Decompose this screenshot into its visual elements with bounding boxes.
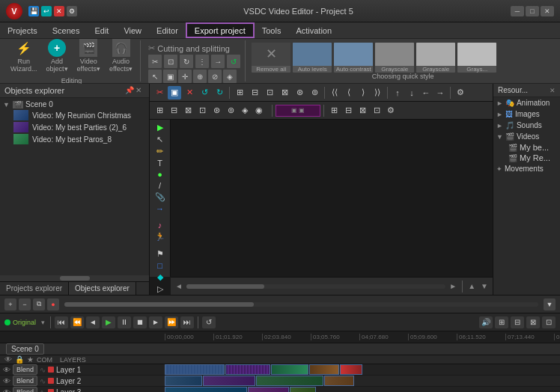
layer-2-eye[interactable]: 👁	[3, 377, 10, 385]
crop-tool[interactable]: ⊡	[164, 55, 177, 68]
link-icon[interactable]: ⊛	[293, 86, 306, 99]
t2-icon2[interactable]: ⊟	[341, 104, 355, 117]
add-object-button[interactable]: + Add object▾	[43, 37, 71, 74]
preview-scrollbar[interactable]	[186, 284, 445, 289]
zoom-tool[interactable]: ⊕	[193, 70, 207, 83]
layer-1-eye[interactable]: 👁	[3, 366, 10, 374]
remove-layer-btn[interactable]: −	[19, 298, 31, 310]
tree-item-1[interactable]: Video: My best Parties (2)_6	[12, 121, 147, 133]
left-icon[interactable]: ←	[419, 86, 433, 99]
grid6[interactable]: ⊚	[224, 104, 237, 117]
split-tool[interactable]: ⋮	[195, 55, 209, 68]
scene-item[interactable]: ▼ 🎬 Scene 0	[1, 99, 147, 109]
record-btn[interactable]: ●	[47, 298, 59, 310]
clip-2-2[interactable]	[203, 376, 255, 386]
scroll-left[interactable]: ◄	[174, 282, 184, 290]
diamond-icon[interactable]: ◆	[153, 272, 167, 282]
close-icon[interactable]: ✕	[54, 6, 64, 16]
pb-extra1[interactable]: ⊞	[495, 316, 508, 328]
clip-1-3[interactable]	[271, 364, 308, 375]
maximize-button[interactable]: □	[526, 6, 539, 16]
circle-icon[interactable]: ●	[153, 170, 167, 179]
tree-item-2[interactable]: Video: My best Paros_8	[12, 133, 147, 145]
pb-prev[interactable]: ◄	[86, 316, 100, 328]
clip-3-2[interactable]	[248, 387, 289, 392]
pointer-tool[interactable]: ↖	[148, 70, 162, 83]
rotate-cw-icon[interactable]: ↻	[213, 86, 226, 99]
pb-loop[interactable]: ↺	[202, 316, 216, 328]
prev-frame-fast[interactable]: ⟨⟨	[328, 86, 341, 99]
clip-2-3[interactable]	[256, 376, 323, 386]
pb-extra3[interactable]: ⊠	[526, 316, 540, 328]
pb-extra4[interactable]: ⊡	[542, 316, 556, 328]
t2-icon3[interactable]: ⊠	[356, 104, 369, 117]
grayscale-style-3[interactable]: Grays...	[457, 43, 496, 73]
add-layer-btn[interactable]: +	[4, 298, 16, 310]
menu-tools[interactable]: Tools	[255, 22, 289, 38]
layer-1-blend[interactable]: Blend	[13, 364, 37, 375]
menu-export[interactable]: Export project	[186, 22, 255, 38]
t2-icon5[interactable]: ⚙	[384, 104, 398, 117]
cut-tool[interactable]: ✂	[148, 55, 162, 68]
clip-1-1[interactable]	[165, 364, 225, 375]
next-frame-fast[interactable]: ⟩⟩	[371, 86, 384, 99]
pb-vol[interactable]: 🔊	[479, 316, 493, 328]
grid4[interactable]: ⊡	[195, 104, 209, 117]
tab-projects-explorer[interactable]: Projects explorer	[0, 282, 69, 295]
layer-3-blend[interactable]: Blend	[13, 387, 37, 392]
section-sounds[interactable]: ► 🎵 Sounds	[493, 120, 560, 131]
align-icon[interactable]: ⊞	[233, 86, 246, 99]
pb-stop[interactable]: ⏹	[133, 316, 147, 328]
scroll-down[interactable]: ▼	[479, 282, 490, 290]
color-picker-widget[interactable]: ▣ ▣	[276, 105, 320, 117]
rotate-tool[interactable]: ↻	[180, 55, 193, 68]
timeline-scroll-right[interactable]: ▼	[544, 298, 556, 310]
flag-icon[interactable]: ⚑	[153, 249, 167, 259]
grid3[interactable]: ⊠	[181, 104, 195, 117]
menu-view[interactable]: View	[116, 22, 149, 38]
refresh-tool[interactable]: ↺	[227, 55, 240, 68]
clip-icon[interactable]: 📎	[153, 192, 167, 202]
scene-badge[interactable]: Scene 0	[6, 343, 44, 355]
clip-1-2[interactable]	[225, 364, 270, 375]
grid-icon[interactable]: ⊟	[248, 86, 261, 99]
cut-icon[interactable]: ✂	[153, 86, 166, 99]
text-icon[interactable]: T	[153, 159, 167, 168]
scroll-up[interactable]: ▲	[466, 282, 477, 290]
cursor-icon[interactable]: ↖	[153, 135, 167, 144]
clip-2-1[interactable]	[165, 376, 202, 386]
pb-extra2[interactable]: ⊟	[511, 316, 524, 328]
t2-icon1[interactable]: ⊞	[327, 104, 341, 117]
select-tool[interactable]: ▣	[163, 70, 177, 83]
remove-all-style[interactable]: ✕ Remove all	[252, 43, 290, 73]
arrow2-icon[interactable]: →	[153, 204, 167, 213]
pb-rewind[interactable]: ⏮	[55, 316, 68, 328]
move-tool[interactable]: ✛	[178, 70, 192, 83]
pb-play[interactable]: ▶	[102, 316, 115, 328]
section-animations[interactable]: ► 🎭 Animation	[493, 97, 560, 108]
grid5[interactable]: ⊛	[210, 104, 223, 117]
undo-icon[interactable]: ↩	[41, 6, 52, 16]
section-images[interactable]: ► 🖼 Images	[493, 108, 560, 120]
more-icon[interactable]: ⚙	[454, 86, 467, 99]
prev-frame[interactable]: ⟨	[342, 86, 356, 99]
scroll-right[interactable]: ►	[448, 282, 458, 290]
t2-icon4[interactable]: ⊡	[370, 104, 383, 117]
vid-item-0[interactable]: 🎬 My be...	[493, 142, 560, 153]
panel-pin-icon[interactable]: 📌	[125, 86, 134, 95]
pb-step-back[interactable]: ⏪	[70, 316, 84, 328]
duplicate-layer-btn[interactable]: ⧉	[33, 298, 45, 310]
right-icon[interactable]: →	[433, 86, 447, 99]
grayscale-style-2[interactable]: Grayscale	[416, 43, 455, 73]
vid-item-1[interactable]: 🎬 My Re...	[493, 153, 560, 163]
clip-1-5[interactable]	[340, 364, 362, 375]
save-icon[interactable]: 💾	[28, 6, 39, 16]
hand-icon[interactable]: ▷	[153, 284, 167, 294]
rotate-ccw-icon[interactable]: ↺	[198, 86, 211, 99]
layer-1-track[interactable]	[165, 364, 560, 375]
audio-effects-button[interactable]: 🎧 Audio effects▾	[106, 37, 136, 74]
clip-2-4[interactable]	[324, 376, 354, 386]
up-icon[interactable]: ↑	[391, 86, 404, 99]
unlink-icon[interactable]: ⊚	[308, 86, 321, 99]
auto-contrast-style[interactable]: Auto contrast	[334, 43, 373, 73]
